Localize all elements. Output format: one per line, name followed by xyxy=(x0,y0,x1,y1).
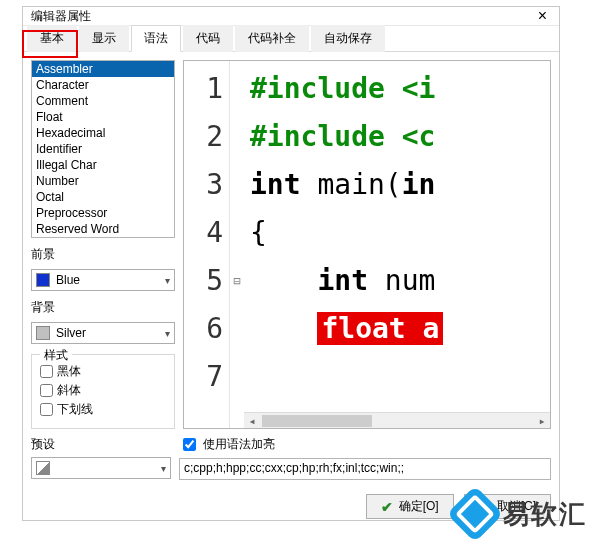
code-area: #include <i#include <cint main(in{ int n… xyxy=(244,61,550,428)
bold-checkbox-row[interactable]: 黑体 xyxy=(40,363,166,380)
watermark-text: 易软汇 xyxy=(503,497,587,532)
bold-checkbox[interactable] xyxy=(40,365,53,378)
scroll-left-icon[interactable]: ◂ xyxy=(244,414,260,428)
token-item[interactable]: Octal xyxy=(32,189,174,205)
italic-label: 斜体 xyxy=(57,382,81,399)
token-item[interactable]: Number xyxy=(32,173,174,189)
fold-gutter: ⊟ xyxy=(230,61,244,428)
upper-pane: AssemblerCharacterCommentFloatHexadecima… xyxy=(31,60,551,429)
syntax-highlight-label: 使用语法加亮 xyxy=(203,436,275,453)
token-item[interactable]: Hexadecimal xyxy=(32,125,174,141)
token-item[interactable]: Reserved Word xyxy=(32,221,174,237)
code-preview: 1234567 ⊟ #include <i#include <cint main… xyxy=(183,60,551,429)
watermark-icon xyxy=(447,486,504,542)
tab-4[interactable]: 代码补全 xyxy=(235,25,309,52)
titlebar: 编辑器属性 × xyxy=(23,7,559,26)
token-item[interactable]: Float xyxy=(32,109,174,125)
line-number-gutter: 1234567 xyxy=(184,61,230,428)
token-item[interactable]: Illegal Char xyxy=(32,157,174,173)
preset-combo[interactable]: ▾ xyxy=(31,457,171,479)
italic-checkbox-row[interactable]: 斜体 xyxy=(40,382,166,399)
ok-label: 确定[O] xyxy=(399,498,439,515)
token-item[interactable]: Assembler xyxy=(32,61,174,77)
bold-label: 黑体 xyxy=(57,363,81,380)
ok-button[interactable]: ✔ 确定[O] xyxy=(366,494,454,519)
italic-checkbox[interactable] xyxy=(40,384,53,397)
underline-checkbox[interactable] xyxy=(40,403,53,416)
foreground-combo[interactable]: Blue ▾ xyxy=(31,269,175,291)
token-listbox[interactable]: AssemblerCharacterCommentFloatHexadecima… xyxy=(31,60,175,238)
foreground-label: 前景 xyxy=(31,246,175,263)
scroll-thumb[interactable] xyxy=(262,415,372,427)
token-item[interactable]: Character xyxy=(32,77,174,93)
style-group: 样式 黑体 斜体 下划线 xyxy=(31,354,175,429)
chevron-down-icon: ▾ xyxy=(165,275,170,286)
preset-label: 预设 xyxy=(31,436,91,453)
token-item[interactable]: Comment xyxy=(32,93,174,109)
left-column: AssemblerCharacterCommentFloatHexadecima… xyxy=(31,60,175,429)
syntax-highlight-row[interactable]: 使用语法加亮 xyxy=(179,435,551,454)
background-combo[interactable]: Silver ▾ xyxy=(31,322,175,344)
background-label: 背景 xyxy=(31,299,175,316)
style-legend: 样式 xyxy=(40,347,72,364)
background-value: Silver xyxy=(56,326,159,340)
tab-0[interactable]: 基本 xyxy=(27,25,77,52)
editor-properties-window: 编辑器属性 × 基本显示语法代码代码补全自动保存 AssemblerCharac… xyxy=(22,6,560,521)
tabstrip: 基本显示语法代码代码补全自动保存 xyxy=(23,26,559,52)
dialog-body: AssemblerCharacterCommentFloatHexadecima… xyxy=(23,52,559,488)
window-title: 编辑器属性 xyxy=(31,8,534,25)
token-item[interactable]: Identifier xyxy=(32,141,174,157)
chevron-down-icon: ▾ xyxy=(165,328,170,339)
syntax-highlight-checkbox[interactable] xyxy=(183,438,196,451)
foreground-value: Blue xyxy=(56,273,159,287)
preset-icon xyxy=(36,461,50,475)
lower-pane: 预设 ▾ 使用语法加亮 c;cpp;h;hpp;cc;cxx;cp;hp;rh;… xyxy=(31,435,551,480)
foreground-swatch xyxy=(36,273,50,287)
token-item[interactable]: Preprocessor xyxy=(32,205,174,221)
tab-2[interactable]: 语法 xyxy=(131,25,181,52)
close-icon[interactable]: × xyxy=(534,7,551,25)
horizontal-scrollbar[interactable]: ◂ ▸ xyxy=(244,412,550,428)
underline-label: 下划线 xyxy=(57,401,93,418)
scroll-right-icon[interactable]: ▸ xyxy=(534,414,550,428)
tab-5[interactable]: 自动保存 xyxy=(311,25,385,52)
check-icon: ✔ xyxy=(381,499,393,515)
tab-3[interactable]: 代码 xyxy=(183,25,233,52)
watermark: 易软汇 xyxy=(455,494,587,534)
tab-1[interactable]: 显示 xyxy=(79,25,129,52)
extensions-input[interactable]: c;cpp;h;hpp;cc;cxx;cp;hp;rh;fx;inl;tcc;w… xyxy=(179,458,551,480)
background-swatch xyxy=(36,326,50,340)
chevron-down-icon: ▾ xyxy=(161,463,166,474)
underline-checkbox-row[interactable]: 下划线 xyxy=(40,401,166,418)
